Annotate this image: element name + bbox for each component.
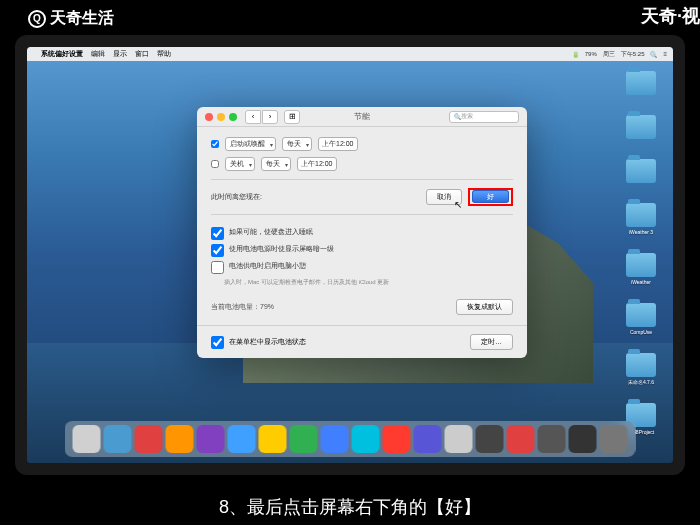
menu-window[interactable]: 窗口 xyxy=(135,49,149,59)
folder-icon xyxy=(626,303,656,327)
opt1-checkbox[interactable] xyxy=(211,227,224,240)
menu-help[interactable]: 帮助 xyxy=(157,49,171,59)
folder-icon xyxy=(626,159,656,183)
opt3-sublabel: 插入时，Mac 可以定期检查电子邮件，日历及其他 iCloud 更新 xyxy=(224,278,513,287)
minimize-icon[interactable] xyxy=(217,113,225,121)
dock-app[interactable] xyxy=(445,425,473,453)
dock-app[interactable] xyxy=(259,425,287,453)
close-icon[interactable] xyxy=(205,113,213,121)
desktop-folder[interactable] xyxy=(621,71,661,97)
opt3-checkbox[interactable] xyxy=(211,261,224,274)
menubar-battery-label: 在菜单栏中显示电池状态 xyxy=(229,337,306,347)
folder-icon xyxy=(626,353,656,377)
desktop-folder[interactable]: 未命名4.7.6 xyxy=(621,353,661,385)
folder-icon xyxy=(626,203,656,227)
dialog-message: 此时间离您现在: xyxy=(211,192,262,202)
dock-app[interactable] xyxy=(290,425,318,453)
dock-app[interactable] xyxy=(104,425,132,453)
startup-time-input[interactable]: 上午12:00 xyxy=(318,137,358,151)
zoom-icon[interactable] xyxy=(229,113,237,121)
opt1-label: 如果可能，使硬盘进入睡眠 xyxy=(229,227,313,237)
ok-button[interactable]: 好 xyxy=(472,190,509,203)
shutdown-checkbox[interactable] xyxy=(211,160,219,168)
startup-checkbox[interactable] xyxy=(211,140,219,148)
opt3-label: 电池供电时启用电脑小憩 xyxy=(229,261,306,271)
dock-app[interactable] xyxy=(538,425,566,453)
time: 下午5:25 xyxy=(621,50,645,59)
startup-select[interactable]: 启动或唤醒 xyxy=(225,137,276,151)
cursor-icon: ↖ xyxy=(454,199,462,210)
menubar-battery-checkbox[interactable] xyxy=(211,336,224,349)
folder-label: iWeather xyxy=(631,279,651,285)
desktop-folder[interactable] xyxy=(621,159,661,185)
battery-status-text: 当前电池电量：79% xyxy=(211,302,274,312)
folder-icon xyxy=(626,115,656,139)
battery-percent: 79% xyxy=(585,51,597,57)
dock-app[interactable] xyxy=(476,425,504,453)
grid-button[interactable]: ⊞ xyxy=(284,110,300,124)
tutorial-caption: 8、最后点击屏幕右下角的【好】 xyxy=(0,477,700,525)
desktop-screen: 系统偏好设置 编辑 显示 窗口 帮助 🔋 79% 周三 下午5:25 🔍 ≡ i… xyxy=(27,47,673,463)
dock-app[interactable] xyxy=(507,425,535,453)
folder-icon xyxy=(626,71,656,95)
startup-freq-select[interactable]: 每天 xyxy=(282,137,312,151)
forward-button[interactable]: › xyxy=(262,110,278,124)
folder-icon xyxy=(626,253,656,277)
battery-icon[interactable]: 🔋 xyxy=(572,51,579,58)
desktop-folder[interactable]: iWeather 3 xyxy=(621,203,661,235)
dock-app[interactable] xyxy=(73,425,101,453)
search-icon[interactable]: 🔍 xyxy=(650,51,657,58)
menu-view[interactable]: 显示 xyxy=(113,49,127,59)
desktop-folder[interactable]: iWeather xyxy=(621,253,661,285)
shutdown-time-input[interactable]: 上午12:00 xyxy=(297,157,337,171)
dock-app[interactable] xyxy=(569,425,597,453)
dock-app[interactable] xyxy=(600,425,628,453)
watermark-topleft: Q 天奇生活 xyxy=(28,8,114,29)
energy-saver-window: ‹ › ⊞ 节能 🔍 搜索 启动或唤醒 每天 上午12:00 xyxy=(197,107,527,358)
window-title: 节能 xyxy=(354,111,370,122)
shutdown-select[interactable]: 关机 xyxy=(225,157,255,171)
macos-dock xyxy=(65,421,636,457)
desktop-icons-column: iWeather 3iWeatherCompUse未命名4.7.6v238Pro… xyxy=(621,71,661,435)
search-icon: 🔍 xyxy=(454,113,461,120)
imac-monitor: 系统偏好设置 编辑 显示 窗口 帮助 🔋 79% 周三 下午5:25 🔍 ≡ i… xyxy=(15,35,685,475)
window-titlebar: ‹ › ⊞ 节能 🔍 搜索 xyxy=(197,107,527,127)
watermark-topright: 天奇·视 xyxy=(641,4,700,28)
ok-button-highlight: 好 xyxy=(468,188,513,206)
dock-app[interactable] xyxy=(166,425,194,453)
dock-app[interactable] xyxy=(197,425,225,453)
dock-app[interactable] xyxy=(414,425,442,453)
desktop-folder[interactable]: CompUse xyxy=(621,303,661,335)
dock-app[interactable] xyxy=(383,425,411,453)
dock-app[interactable] xyxy=(228,425,256,453)
macos-menubar: 系统偏好设置 编辑 显示 窗口 帮助 🔋 79% 周三 下午5:25 🔍 ≡ xyxy=(27,47,673,61)
app-name[interactable]: 系统偏好设置 xyxy=(41,49,83,59)
search-input[interactable]: 🔍 搜索 xyxy=(449,111,519,123)
magnify-icon: Q xyxy=(28,10,46,28)
back-button[interactable]: ‹ xyxy=(245,110,261,124)
folder-label: 未命名4.7.6 xyxy=(628,379,654,385)
dock-app[interactable] xyxy=(352,425,380,453)
menu-edit[interactable]: 编辑 xyxy=(91,49,105,59)
restore-defaults-button[interactable]: 恢复成默认 xyxy=(456,299,513,315)
dock-app[interactable] xyxy=(321,425,349,453)
folder-label: iWeather 3 xyxy=(629,229,653,235)
folder-label: CompUse xyxy=(630,329,652,335)
schedule-button[interactable]: 定时… xyxy=(470,334,513,350)
desktop-folder[interactable] xyxy=(621,115,661,141)
opt2-checkbox[interactable] xyxy=(211,244,224,257)
dock-app[interactable] xyxy=(135,425,163,453)
day: 周三 xyxy=(603,50,615,59)
opt2-label: 使用电池电源时使显示屏略暗一级 xyxy=(229,244,334,254)
menu-icon[interactable]: ≡ xyxy=(663,51,667,57)
shutdown-freq-select[interactable]: 每天 xyxy=(261,157,291,171)
